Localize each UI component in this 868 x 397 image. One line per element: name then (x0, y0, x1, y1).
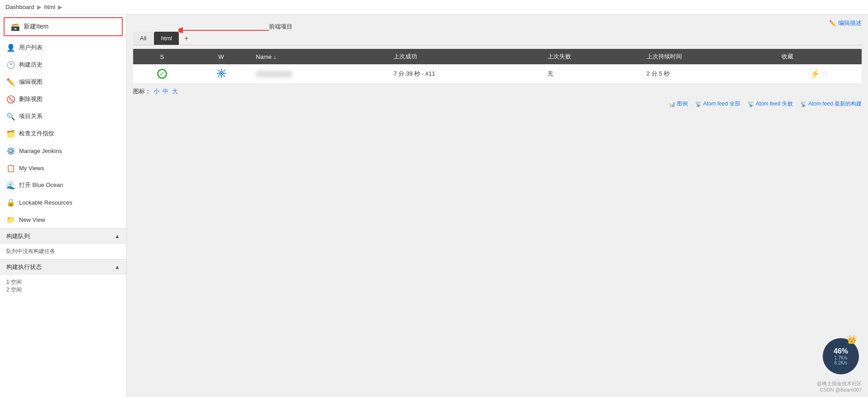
download-speed: 6.2K/s (834, 360, 847, 365)
build-queue-chevron: ▲ (115, 233, 120, 239)
sidebar-item-new-view[interactable]: 📁 New View (0, 211, 126, 228)
build-executor-chevron: ▲ (115, 264, 120, 270)
main-layout: 🗃️ 新建Item 👤 用户列表 🕐 构建历史 ✏️ 编辑视图 🚫 删除视图 🔍… (0, 14, 868, 397)
sidebar-label-manage: Manage Jenkins (19, 148, 62, 154)
legend-label: 图例 (677, 100, 688, 108)
new-item-label: 新建Item (24, 23, 48, 31)
legend-link[interactable]: 📊 图例 (669, 100, 688, 108)
row-weather (191, 64, 252, 84)
row-name[interactable]: job-name (251, 64, 389, 84)
views-icon: 📋 (6, 163, 15, 172)
rss-all-icon: 📡 (695, 101, 702, 107)
edit-description-label: 编辑描述 (838, 19, 862, 27)
breadcrumb: Dashboard ▶ html ▶ (0, 0, 868, 14)
sidebar-label-views: My Views (19, 165, 44, 172)
relations-icon: 🔍 (6, 112, 15, 121)
sidebar-item-edit-view[interactable]: ✏️ 编辑视图 (0, 73, 126, 91)
sidebar-item-my-views[interactable]: 📋 My Views (0, 159, 126, 177)
col-header-w: W (191, 49, 252, 64)
svg-line-11 (218, 76, 219, 77)
rss-failures-icon: 📡 (748, 101, 754, 107)
icon-size-medium[interactable]: 中 (163, 88, 168, 95)
content-area: ✏️ 编辑描述 前端项目 All html + (127, 14, 868, 397)
sidebar-item-delete-view[interactable]: 🚫 删除视图 (0, 91, 126, 108)
build-executor-section[interactable]: 构建执行状态 ▲ (0, 259, 126, 275)
icon-size-small[interactable]: 小 (153, 88, 159, 95)
status-success-icon: ✓ (157, 69, 167, 79)
atom-feed-failures-link[interactable]: 📡 Atom feed 失败 (748, 100, 793, 108)
icon-size-large[interactable]: 大 (172, 88, 178, 95)
row-last-duration: 2 分 5 秒 (642, 64, 777, 84)
annotation-area: 前端项目 All html + (133, 32, 862, 45)
tab-all[interactable]: All (133, 32, 153, 45)
lock-icon: 🔒 (6, 198, 15, 207)
col-header-s: S (133, 49, 191, 64)
jobs-table: S W Name ↓ 上次成功 上次失败 上次持续时间 收藏 ✓ (133, 49, 862, 84)
breadcrumb-sep-2: ▶ (58, 4, 62, 10)
bottom-links: 📊 图例 📡 Atom feed 全部 📡 Atom feed 失败 📡 Ato… (133, 100, 862, 108)
delete-icon: 🚫 (6, 95, 15, 104)
rss-latest-icon: 📡 (800, 101, 807, 107)
fingerprint-icon: 🗂️ (6, 129, 15, 138)
build-executor-title: 构建执行状态 (6, 263, 42, 271)
sidebar-label-edit: 编辑视图 (19, 78, 43, 86)
icon-size-label: 图标： (133, 88, 151, 95)
edit-icon: ✏️ (6, 77, 15, 86)
pencil-icon: ✏️ (829, 20, 836, 27)
row-status: ✓ (133, 64, 191, 84)
weather-icon (216, 68, 227, 79)
svg-point-3 (221, 72, 222, 74)
atom-feed-latest-link[interactable]: 📡 Atom feed 最新的构建 (800, 100, 862, 108)
sidebar-label-history: 构建历史 (19, 61, 43, 69)
sidebar: 🗃️ 新建Item 👤 用户列表 🕐 构建历史 ✏️ 编辑视图 🚫 删除视图 🔍… (0, 14, 127, 397)
atom-feed-all-link[interactable]: 📡 Atom feed 全部 (695, 100, 740, 108)
executor-row-2: 2 空闲 (6, 286, 120, 294)
history-icon: 🕐 (6, 60, 15, 69)
watermark-line2: CSDN @Beam007 (817, 387, 862, 392)
sidebar-label-users: 用户列表 (19, 43, 43, 52)
crown-icon: 👑 (847, 335, 857, 344)
build-queue-empty: 队列中没有构建任务 (6, 248, 55, 254)
sidebar-label-newview: New View (19, 216, 45, 223)
cpu-percent: 46% (834, 347, 848, 355)
performance-widget: 👑 46% 1.7K/s 6.2K/s (823, 338, 859, 374)
svg-line-9 (223, 76, 225, 77)
table-row: ✓ (133, 64, 862, 84)
col-header-last-duration: 上次持续时间 (642, 49, 777, 64)
executor-row-1: 1 空闲 (6, 278, 120, 286)
new-item-icon: 🗃️ (11, 22, 20, 31)
sidebar-label-relations: 项目关系 (19, 112, 43, 120)
upload-speed: 1.7K/s (834, 355, 847, 360)
watermark: @稀土掘金技术社区 CSDN @Beam007 (817, 380, 862, 392)
col-header-name: Name ↓ (251, 49, 389, 64)
sidebar-item-build-history[interactable]: 🕐 构建历史 (0, 56, 126, 73)
sidebar-item-project-relations[interactable]: 🔍 项目关系 (0, 108, 126, 125)
atom-feed-all-label: Atom feed 全部 (703, 100, 740, 108)
add-tab-button[interactable]: + (180, 32, 193, 45)
sidebar-label-blueocean: 打开 Blue Ocean (19, 181, 63, 189)
row-favorite: ⚡ ☆ (777, 64, 862, 84)
sidebar-label-delete: 删除视图 (19, 95, 43, 103)
star-icon[interactable]: ☆ (821, 69, 829, 78)
atom-feed-failures-label: Atom feed 失败 (756, 100, 793, 108)
build-queue-section[interactable]: 构建队列 ▲ (0, 228, 126, 244)
rss-icon[interactable]: ⚡ (810, 69, 820, 78)
sidebar-item-fingerprint[interactable]: 🗂️ 检查文件指纹 (0, 125, 126, 142)
sidebar-item-users[interactable]: 👤 用户列表 (0, 39, 126, 56)
legend-icon: 📊 (669, 101, 676, 107)
row-last-success: 7 分 39 秒 - #11 (389, 64, 543, 84)
tab-html[interactable]: html (154, 32, 179, 45)
sidebar-item-blue-ocean[interactable]: 🌊 打开 Blue Ocean (0, 177, 126, 194)
breadcrumb-html[interactable]: html (44, 4, 56, 10)
sidebar-label-lock: Lockable Resources (19, 199, 72, 206)
build-queue-title: 构建队列 (6, 232, 30, 240)
col-header-last-failure: 上次失败 (543, 49, 642, 64)
build-queue-content: 队列中没有构建任务 (0, 244, 126, 259)
new-item-button[interactable]: 🗃️ 新建Item (4, 17, 123, 36)
sidebar-item-manage-jenkins[interactable]: ⚙️ Manage Jenkins (0, 142, 126, 159)
sidebar-item-lockable-resources[interactable]: 🔒 Lockable Resources (0, 194, 126, 211)
edit-description-link[interactable]: ✏️ 编辑描述 (829, 19, 862, 27)
tabs-bar: All html + (133, 32, 862, 45)
row-last-failure: 无 (543, 64, 642, 84)
breadcrumb-dashboard[interactable]: Dashboard (5, 4, 34, 10)
